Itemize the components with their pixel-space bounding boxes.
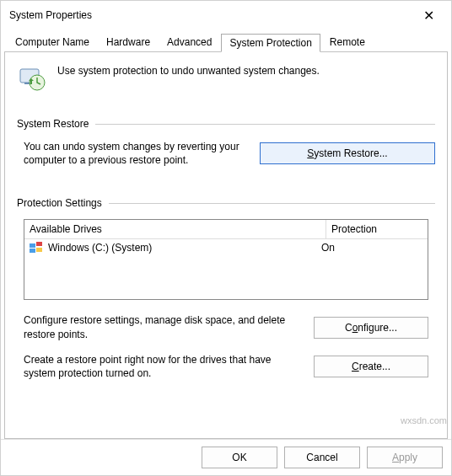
system-restore-text: You can undo system changes by reverting… [24, 140, 246, 167]
window-title: System Properties [9, 9, 92, 21]
description-row: Use system protection to undo unwanted s… [17, 64, 435, 93]
cancel-button[interactable]: Cancel [284, 447, 360, 468]
configure-row: Configure restore settings, manage disk … [17, 313, 435, 340]
drives-table-header: Available Drives Protection [24, 220, 428, 239]
system-restore-button[interactable]: System Restore... [260, 142, 435, 164]
svg-rect-6 [36, 248, 42, 252]
create-row: Create a restore point right now for the… [17, 353, 435, 380]
titlebar: System Properties ✕ [1, 1, 451, 29]
system-properties-window: System Properties ✕ Computer Name Hardwa… [0, 0, 452, 476]
svg-rect-4 [36, 242, 42, 246]
close-icon[interactable]: ✕ [415, 6, 443, 25]
svg-rect-3 [30, 243, 35, 248]
tab-system-protection[interactable]: System Protection [221, 34, 320, 52]
configure-text: Configure restore settings, manage disk … [24, 313, 300, 340]
svg-rect-5 [30, 249, 35, 253]
drive-icon [30, 242, 43, 254]
watermark: wxsdn.com [401, 415, 447, 425]
drives-table[interactable]: Available Drives Protection Windows (C:)… [24, 219, 428, 300]
divider [95, 124, 435, 125]
tabs: Computer Name Hardware Advanced System P… [1, 33, 451, 51]
drive-name: Windows (C:) (System) [48, 242, 321, 254]
tab-panel: Use system protection to undo unwanted s… [4, 51, 448, 439]
system-restore-header: System Restore [17, 118, 435, 130]
column-protection[interactable]: Protection [326, 220, 428, 238]
drive-protection-status: On [321, 242, 422, 254]
create-text: Create a restore point right now for the… [24, 353, 300, 380]
tab-remote[interactable]: Remote [322, 34, 373, 52]
divider [109, 203, 435, 204]
tab-advanced[interactable]: Advanced [159, 34, 219, 52]
configure-button[interactable]: Configure... [314, 317, 428, 339]
tab-computer-name[interactable]: Computer Name [8, 34, 97, 52]
protection-settings-header: Protection Settings [17, 197, 435, 209]
column-available-drives[interactable]: Available Drives [24, 220, 326, 238]
description-text: Use system protection to undo unwanted s… [57, 64, 320, 78]
ok-button[interactable]: OK [202, 447, 277, 468]
system-restore-row: You can undo system changes by reverting… [17, 140, 435, 167]
dialog-footer: OK Cancel Apply [1, 439, 451, 475]
create-button[interactable]: Create... [314, 356, 428, 377]
protection-settings-label: Protection Settings [17, 197, 102, 209]
apply-button[interactable]: Apply [367, 447, 443, 468]
system-restore-icon [17, 64, 46, 93]
table-row[interactable]: Windows (C:) (System) On [24, 239, 428, 256]
tab-hardware[interactable]: Hardware [99, 34, 158, 52]
system-restore-label: System Restore [17, 118, 89, 130]
